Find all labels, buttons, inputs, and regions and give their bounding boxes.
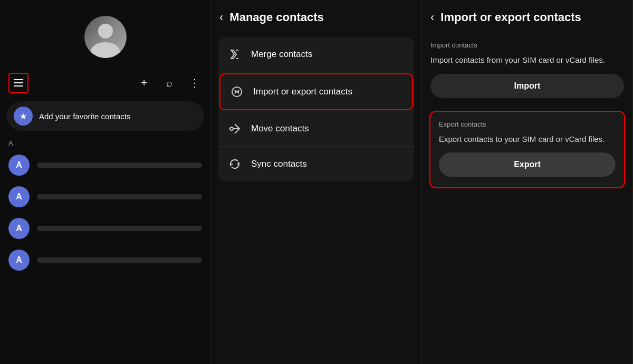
toolbar: + ⌕ ⋮ xyxy=(0,69,210,97)
avatar xyxy=(84,16,127,58)
back-button[interactable]: ‹ xyxy=(219,11,223,24)
import-section: Import contacts Import contacts from you… xyxy=(422,33,632,107)
back-button[interactable]: ‹ xyxy=(430,11,434,24)
import-export-icon xyxy=(229,84,245,100)
contact-item[interactable]: A xyxy=(0,244,210,276)
avatar-body xyxy=(91,42,120,58)
import-heading: Import contacts xyxy=(422,33,632,52)
contact-avatar: A xyxy=(8,218,30,239)
merge-contacts-label: Merge contacts xyxy=(251,49,312,60)
contact-avatar: A xyxy=(8,186,30,207)
hamburger-line-3 xyxy=(14,85,23,87)
search-button[interactable]: ⌕ xyxy=(162,75,177,90)
manage-contacts-panel: ‹ Manage contacts Merge contacts xyxy=(211,0,422,364)
import-button[interactable]: Import xyxy=(430,74,624,98)
star-icon: ★ xyxy=(14,107,33,126)
export-section: Export contacts Export contacts to your … xyxy=(429,111,625,189)
contact-name-bar xyxy=(37,194,202,199)
contact-name-bar xyxy=(37,257,202,263)
sync-contacts-label: Sync contacts xyxy=(251,159,307,169)
section-letter-a: A xyxy=(0,135,210,149)
contact-item[interactable]: A xyxy=(0,213,210,244)
add-contact-button[interactable]: + xyxy=(137,75,151,90)
merge-contacts-item[interactable]: Merge contacts xyxy=(218,37,414,72)
toolbar-left xyxy=(8,73,28,93)
merge-icon xyxy=(227,46,243,62)
hamburger-line-1 xyxy=(14,79,23,80)
move-icon xyxy=(227,121,243,137)
favorites-label: Add your favorite contacts xyxy=(39,112,130,121)
toolbar-right: + ⌕ ⋮ xyxy=(137,75,202,90)
avatar-section xyxy=(0,0,210,69)
move-contacts-item[interactable]: Move contacts xyxy=(218,111,414,147)
favorites-row[interactable]: ★ Add your favorite contacts xyxy=(6,101,204,131)
sync-contacts-item[interactable]: Sync contacts xyxy=(218,147,414,181)
move-contacts-label: Move contacts xyxy=(251,123,309,134)
contact-name-bar xyxy=(37,162,202,168)
import-description: Import contacts from your SIM card or vC… xyxy=(422,52,632,74)
export-heading: Export contacts xyxy=(430,114,624,131)
contact-item[interactable]: A xyxy=(0,149,210,181)
page-title: Manage contacts xyxy=(229,11,324,24)
import-export-contacts-item[interactable]: Import or export contacts xyxy=(219,73,413,110)
contact-name-bar xyxy=(37,226,202,231)
menu-card: Merge contacts Import or export contacts xyxy=(218,37,414,181)
sync-icon xyxy=(227,156,243,172)
import-export-label: Import or export contacts xyxy=(253,87,352,97)
contact-item[interactable]: A xyxy=(0,181,210,213)
svg-point-1 xyxy=(230,127,233,130)
hamburger-line-2 xyxy=(14,82,23,83)
contact-avatar: A xyxy=(8,155,30,176)
panel-header: ‹ Manage contacts xyxy=(211,0,421,33)
more-options-button[interactable]: ⋮ xyxy=(187,75,202,90)
export-description: Export contacts to your SIM card or vCar… xyxy=(430,131,624,153)
contact-avatar: A xyxy=(8,250,30,271)
panel-header: ‹ Import or export contacts xyxy=(422,0,632,33)
import-export-panel: ‹ Import or export contacts Import conta… xyxy=(422,0,633,364)
page-title: Import or export contacts xyxy=(440,11,581,24)
avatar-head xyxy=(98,24,113,39)
export-button[interactable]: Export xyxy=(439,152,616,177)
hamburger-button[interactable] xyxy=(8,73,28,93)
contacts-panel: + ⌕ ⋮ ★ Add your favorite contacts A A A… xyxy=(0,0,211,364)
